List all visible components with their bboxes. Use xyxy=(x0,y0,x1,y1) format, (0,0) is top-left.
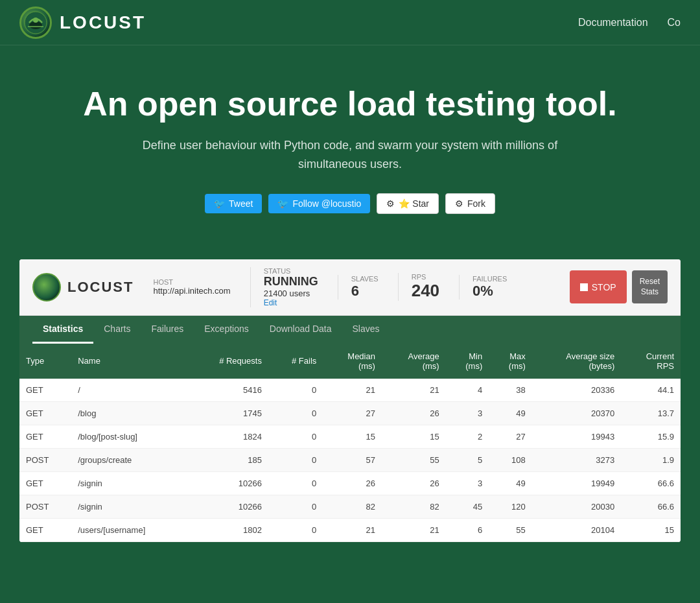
nav-co[interactable]: Co xyxy=(668,17,681,29)
cell-fails: 0 xyxy=(268,471,323,495)
statistics-table-container: Type Name # Requests # Fails Median(ms) … xyxy=(19,344,681,542)
cell-median: 82 xyxy=(323,495,382,518)
follow-button[interactable]: 🐦 Follow @locustio xyxy=(268,194,370,213)
hero-buttons: 🐦 Tweet 🐦 Follow @locustio ⚙ ⭐ Star ⚙ Fo… xyxy=(19,193,681,214)
github-icon: ⚙ xyxy=(386,198,395,209)
cell-max: 27 xyxy=(489,425,532,448)
tab-slaves[interactable]: Slaves xyxy=(342,316,390,344)
nav-documentation[interactable]: Documentation xyxy=(578,17,648,29)
panel-status: STATUS RUNNING 21400 users Edit xyxy=(250,267,318,307)
cell-fails: 0 xyxy=(268,379,323,402)
cell-rps: 66.6 xyxy=(621,471,681,495)
panel-logo: LOCUST xyxy=(32,273,134,302)
cell-min: 4 xyxy=(446,379,489,402)
cell-requests: 10266 xyxy=(188,471,268,495)
cell-type: GET xyxy=(19,518,71,541)
cell-name: /signin xyxy=(71,495,188,518)
cell-type: POST xyxy=(19,448,71,471)
col-max: Max(ms) xyxy=(489,344,532,379)
panel-logo-title: LOCUST xyxy=(67,279,134,296)
cell-fails: 0 xyxy=(268,448,323,471)
cell-max: 49 xyxy=(489,401,532,425)
table-row: GET /signin 10266 0 26 26 3 49 19949 66.… xyxy=(19,471,681,495)
tab-charts[interactable]: Charts xyxy=(93,316,141,344)
cell-fails: 0 xyxy=(268,495,323,518)
col-rps: CurrentRPS xyxy=(621,344,681,379)
cell-average: 26 xyxy=(382,471,446,495)
cell-fails: 0 xyxy=(268,425,323,448)
nav-title: LOCUST xyxy=(60,12,146,33)
cell-rps: 1.9 xyxy=(621,448,681,471)
col-avg-size: Average size(bytes) xyxy=(532,344,621,379)
follow-label: Follow @locustio xyxy=(292,198,361,209)
tweet-button[interactable]: 🐦 Tweet xyxy=(205,194,262,213)
cell-rps: 15.9 xyxy=(621,425,681,448)
tab-failures[interactable]: Failures xyxy=(141,316,194,344)
cell-average: 21 xyxy=(382,518,446,541)
host-label: HOST xyxy=(153,278,230,286)
stop-button[interactable]: STOP xyxy=(570,270,627,303)
cell-average: 26 xyxy=(382,401,446,425)
status-value: RUNNING xyxy=(264,275,318,289)
table-row: GET / 5416 0 21 21 4 38 20336 44.1 xyxy=(19,379,681,402)
cell-avg-size: 19943 xyxy=(532,425,621,448)
cell-max: 120 xyxy=(489,495,532,518)
cell-avg-size: 19949 xyxy=(532,471,621,495)
table-row: POST /groups/create 185 0 57 55 5 108 32… xyxy=(19,448,681,471)
cell-avg-size: 20336 xyxy=(532,379,621,402)
panel-slaves: SLAVES 6 xyxy=(338,275,379,300)
edit-link[interactable]: Edit xyxy=(264,298,318,307)
reset-stats-button[interactable]: ResetStats xyxy=(632,270,668,303)
cell-rps: 66.6 xyxy=(621,495,681,518)
panel-rps: RPS 240 xyxy=(398,273,439,301)
star-button[interactable]: ⚙ ⭐ Star xyxy=(377,193,439,214)
table-row: GET /blog 1745 0 27 26 3 49 20370 13.7 xyxy=(19,401,681,425)
tab-statistics[interactable]: Statistics xyxy=(32,316,93,344)
cell-average: 82 xyxy=(382,495,446,518)
cell-requests: 1802 xyxy=(188,518,268,541)
host-value: http://api.initech.com xyxy=(153,286,230,296)
cell-name: /users/[username] xyxy=(71,518,188,541)
cell-requests: 1745 xyxy=(188,401,268,425)
col-type: Type xyxy=(19,344,71,379)
cell-min: 3 xyxy=(446,401,489,425)
hero-section: An open source load testing tool. Define… xyxy=(0,45,700,246)
twitter-icon-2: 🐦 xyxy=(277,198,288,209)
cell-avg-size: 20370 xyxy=(532,401,621,425)
col-name: Name xyxy=(71,344,188,379)
panel-failures: FAILURES 0% xyxy=(459,275,507,300)
cell-type: GET xyxy=(19,379,71,402)
cell-min: 5 xyxy=(446,448,489,471)
cell-max: 38 xyxy=(489,379,532,402)
cell-average: 55 xyxy=(382,448,446,471)
statistics-table: Type Name # Requests # Fails Median(ms) … xyxy=(19,344,681,542)
panel-host: HOST http://api.initech.com xyxy=(153,278,230,296)
cell-name: /groups/create xyxy=(71,448,188,471)
tabs: Statistics Charts Failures Exceptions Do… xyxy=(19,316,681,344)
cell-type: GET xyxy=(19,401,71,425)
panel: LOCUST HOST http://api.initech.com STATU… xyxy=(19,259,681,542)
cell-avg-size: 3273 xyxy=(532,448,621,471)
stop-icon xyxy=(580,283,588,291)
cell-median: 15 xyxy=(323,425,382,448)
col-requests: # Requests xyxy=(188,344,268,379)
cell-median: 26 xyxy=(323,471,382,495)
star-label: ⭐ Star xyxy=(399,198,429,209)
slaves-label: SLAVES xyxy=(351,275,379,283)
table-row: POST /signin 10266 0 82 82 45 120 20030 … xyxy=(19,495,681,518)
cell-max: 49 xyxy=(489,471,532,495)
hero-subtext: Define user behaviour with Python code, … xyxy=(130,136,570,174)
cell-name: /blog xyxy=(71,401,188,425)
tab-exceptions[interactable]: Exceptions xyxy=(194,316,259,344)
cell-median: 21 xyxy=(323,379,382,402)
col-fails: # Fails xyxy=(268,344,323,379)
cell-type: GET xyxy=(19,425,71,448)
cell-median: 21 xyxy=(323,518,382,541)
cell-type: GET xyxy=(19,471,71,495)
cell-max: 55 xyxy=(489,518,532,541)
fork-button[interactable]: ⚙ Fork xyxy=(445,193,495,214)
cell-median: 57 xyxy=(323,448,382,471)
cell-requests: 185 xyxy=(188,448,268,471)
stop-label: STOP xyxy=(592,282,616,292)
tab-download-data[interactable]: Download Data xyxy=(259,316,342,344)
